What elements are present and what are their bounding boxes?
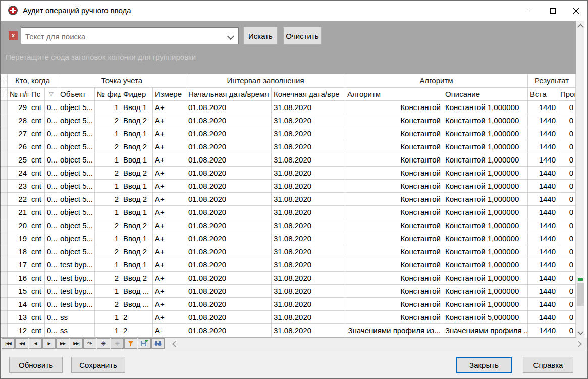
table-cell[interactable]: 1440 [528, 193, 558, 206]
table-row[interactable]: 28cnt0...object 5...2Ввод 2A+01.08.20203… [1, 114, 576, 127]
table-cell[interactable]: object 5... [58, 114, 95, 127]
search-combobox[interactable] [21, 27, 239, 44]
table-cell[interactable]: 0... [45, 127, 58, 140]
row-indicator[interactable] [1, 324, 8, 337]
column-header[interactable]: Описание [443, 88, 528, 101]
column-header[interactable]: Начальная дата/время [186, 88, 272, 101]
table-cell[interactable]: ss [58, 311, 95, 324]
maximize-button[interactable] [541, 1, 564, 21]
nav-append-button[interactable]: ✳ [97, 338, 110, 349]
row-indicator[interactable] [1, 232, 8, 245]
table-row[interactable]: 13cnt0...ss12A+01.08.202031.08.2020Конст… [1, 311, 576, 324]
table-row[interactable]: 21cnt0...object 5...1Ввод 1A+01.08.20203… [1, 206, 576, 219]
table-cell[interactable]: Константой 1,000000 [443, 272, 528, 285]
table-cell[interactable]: cnt [29, 167, 45, 180]
table-cell[interactable]: Константой 1,000000 [443, 101, 528, 114]
table-cell[interactable]: Ввод 1 [121, 206, 153, 219]
table-cell[interactable]: 01.08.2020 [186, 219, 272, 232]
scroll-right-button[interactable] [575, 338, 583, 349]
table-cell[interactable]: object 5... [58, 206, 95, 219]
table-cell[interactable]: 1440 [528, 167, 558, 180]
nav-last-button[interactable]: ▶▶| [70, 338, 83, 349]
table-row[interactable]: 14cnt0...test byp...2Ввод ...A+01.08.202… [1, 298, 576, 311]
table-cell[interactable]: object 5... [58, 127, 95, 140]
table-cell[interactable]: Константой 1,000000 [443, 114, 528, 127]
table-cell[interactable]: 1 [95, 232, 121, 245]
row-indicator[interactable] [1, 258, 8, 272]
table-cell[interactable]: A+ [153, 311, 186, 324]
table-cell[interactable]: 31.08.2020 [272, 140, 345, 153]
table-cell[interactable]: 1440 [528, 101, 558, 114]
table-cell[interactable]: Ввод 1 [121, 153, 153, 167]
table-cell[interactable]: A+ [153, 206, 186, 219]
table-cell[interactable]: test byp... [58, 285, 95, 298]
table-cell[interactable]: 0 [558, 245, 576, 258]
table-cell[interactable]: Константой 1,000000 [443, 232, 528, 245]
table-cell[interactable]: object 5... [58, 167, 95, 180]
nav-prev-button[interactable]: ◀ [29, 338, 42, 349]
close-button[interactable] [564, 1, 587, 21]
table-cell[interactable]: 28 [8, 114, 29, 127]
table-cell[interactable]: cnt [29, 324, 45, 337]
table-cell[interactable]: Константой 1,000000 [443, 167, 528, 180]
search-input[interactable] [24, 28, 226, 44]
save-button[interactable]: Сохранить [71, 357, 125, 373]
table-cell[interactable]: cnt [29, 311, 45, 324]
table-cell[interactable]: 31.08.2020 [272, 193, 345, 206]
column-header[interactable]: Вста [528, 88, 558, 101]
table-cell[interactable]: 01.08.2020 [186, 298, 272, 311]
nav-first-button[interactable]: |◀◀ [2, 338, 15, 349]
nav-next-button[interactable]: ▶ [42, 338, 56, 349]
table-cell[interactable]: A+ [153, 180, 186, 193]
table-cell[interactable]: Ввод 2 [121, 219, 153, 232]
nav-prev-page-button[interactable]: ◀◀ [15, 338, 28, 349]
table-cell[interactable]: 31.08.2020 [272, 245, 345, 258]
table-cell[interactable]: 1 [95, 285, 121, 298]
table-cell[interactable]: cnt [29, 140, 45, 153]
table-cell[interactable]: 0... [45, 101, 58, 114]
table-cell[interactable]: 0... [45, 258, 58, 272]
vertical-scroll-thumb[interactable] [577, 283, 584, 306]
table-cell[interactable]: A+ [153, 258, 186, 272]
table-cell[interactable]: 1 [95, 153, 121, 167]
table-cell[interactable]: Константой 1,000000 [443, 153, 528, 167]
table-cell[interactable]: 24 [8, 167, 29, 180]
table-cell[interactable]: Константой [345, 206, 443, 219]
table-cell[interactable]: 18 [8, 245, 29, 258]
table-cell[interactable]: 31.08.2020 [272, 114, 345, 127]
table-cell[interactable]: cnt [29, 127, 45, 140]
table-row[interactable]: 16cnt0...test byp...2Ввод 2A+01.08.20203… [1, 272, 576, 285]
nav-next-page-button[interactable]: ▶▶ [56, 338, 69, 349]
table-cell[interactable]: cnt [29, 101, 45, 114]
table-cell[interactable]: object 5... [58, 140, 95, 153]
table-cell[interactable]: Ввод 2 [121, 140, 153, 153]
table-cell[interactable]: 1440 [528, 219, 558, 232]
table-cell[interactable]: object 5... [58, 180, 95, 193]
table-cell[interactable]: cnt [29, 298, 45, 311]
table-cell[interactable]: 0 [558, 127, 576, 140]
table-cell[interactable]: 0 [558, 101, 576, 114]
table-row[interactable]: 15cnt0...test byp...1Ввод ...A+01.08.202… [1, 285, 576, 298]
table-cell[interactable]: 01.08.2020 [186, 127, 272, 140]
chevron-down-icon[interactable] [227, 33, 234, 40]
table-cell[interactable]: cnt [29, 232, 45, 245]
table-cell[interactable]: 0 [558, 324, 576, 337]
table-cell[interactable]: 1440 [528, 153, 558, 167]
table-cell[interactable]: test byp... [58, 298, 95, 311]
table-cell[interactable]: 2 [95, 114, 121, 127]
table-cell[interactable]: Константой 1,000000 [443, 245, 528, 258]
table-cell[interactable]: cnt [29, 285, 45, 298]
table-cell[interactable]: Константой [345, 311, 443, 324]
table-row[interactable]: 22cnt0...object 5...2Ввод 2A+01.08.20203… [1, 193, 576, 206]
table-cell[interactable]: 22 [8, 193, 29, 206]
column-header[interactable]: Измере [153, 88, 186, 101]
column-group-header[interactable]: Алгоритм [345, 74, 528, 88]
table-cell[interactable]: Значениями профиля из... [345, 324, 443, 337]
row-indicator[interactable] [1, 101, 8, 114]
table-cell[interactable]: 1 [95, 258, 121, 272]
table-cell[interactable]: 01.08.2020 [186, 311, 272, 324]
table-row[interactable]: 20cnt0...object 5...2Ввод 2A+01.08.20203… [1, 219, 576, 232]
table-cell[interactable]: Константой 1,000000 [443, 206, 528, 219]
table-cell[interactable]: Ввод 2 [121, 114, 153, 127]
scroll-down-button[interactable] [576, 328, 585, 337]
